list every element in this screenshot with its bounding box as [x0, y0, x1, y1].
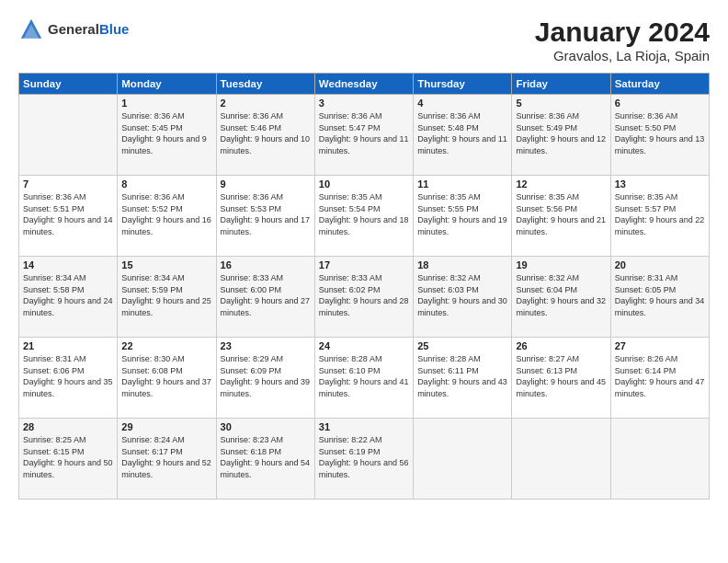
day-cell: 10Sunrise: 8:35 AMSunset: 5:54 PMDayligh…	[314, 176, 413, 257]
day-number: 10	[319, 178, 409, 190]
day-info: Sunrise: 8:36 AMSunset: 5:51 PMDaylight:…	[23, 191, 113, 237]
day-number: 23	[221, 340, 311, 351]
day-cell	[610, 419, 709, 500]
day-info: Sunrise: 8:30 AMSunset: 6:08 PMDaylight:…	[121, 353, 211, 399]
day-info: Sunrise: 8:34 AMSunset: 5:58 PMDaylight:…	[23, 272, 113, 318]
day-number: 17	[319, 259, 409, 270]
header-cell-saturday: Saturday	[610, 74, 709, 95]
day-cell: 12Sunrise: 8:35 AMSunset: 5:56 PMDayligh…	[512, 176, 610, 257]
day-info: Sunrise: 8:35 AMSunset: 5:56 PMDaylight:…	[516, 191, 606, 237]
week-row-2: 7Sunrise: 8:36 AMSunset: 5:51 PMDaylight…	[19, 176, 710, 257]
day-cell: 26Sunrise: 8:27 AMSunset: 6:13 PMDayligh…	[512, 338, 610, 419]
day-number: 26	[516, 340, 606, 351]
week-row-1: 1Sunrise: 8:36 AMSunset: 5:45 PMDaylight…	[19, 95, 710, 176]
day-number: 16	[221, 259, 311, 270]
day-info: Sunrise: 8:34 AMSunset: 5:59 PMDaylight:…	[121, 272, 211, 318]
day-info: Sunrise: 8:36 AMSunset: 5:45 PMDaylight:…	[121, 110, 211, 156]
day-cell: 2Sunrise: 8:36 AMSunset: 5:46 PMDaylight…	[216, 95, 314, 176]
day-cell: 28Sunrise: 8:25 AMSunset: 6:15 PMDayligh…	[19, 419, 118, 500]
day-info: Sunrise: 8:28 AMSunset: 6:10 PMDaylight:…	[319, 353, 409, 399]
day-number: 4	[417, 98, 507, 109]
day-number: 27	[615, 340, 705, 351]
day-cell: 16Sunrise: 8:33 AMSunset: 6:00 PMDayligh…	[216, 257, 314, 338]
day-cell	[512, 419, 610, 500]
day-cell: 31Sunrise: 8:22 AMSunset: 6:19 PMDayligh…	[314, 419, 413, 500]
day-info: Sunrise: 8:29 AMSunset: 6:09 PMDaylight:…	[221, 353, 311, 399]
day-info: Sunrise: 8:36 AMSunset: 5:52 PMDaylight:…	[121, 191, 211, 237]
day-info: Sunrise: 8:25 AMSunset: 6:15 PMDaylight:…	[23, 434, 113, 480]
calendar-subtitle: Gravalos, La Rioja, Spain	[535, 48, 710, 63]
day-cell	[19, 95, 118, 176]
day-number: 7	[23, 178, 113, 190]
day-info: Sunrise: 8:35 AMSunset: 5:54 PMDaylight:…	[319, 191, 409, 237]
day-info: Sunrise: 8:33 AMSunset: 6:02 PMDaylight:…	[319, 272, 409, 318]
day-cell	[414, 419, 512, 500]
day-info: Sunrise: 8:33 AMSunset: 6:00 PMDaylight:…	[221, 272, 311, 318]
day-cell: 17Sunrise: 8:33 AMSunset: 6:02 PMDayligh…	[314, 257, 413, 338]
day-cell: 29Sunrise: 8:24 AMSunset: 6:17 PMDayligh…	[118, 419, 216, 500]
day-info: Sunrise: 8:36 AMSunset: 5:46 PMDaylight:…	[221, 110, 311, 156]
day-number: 21	[23, 340, 113, 351]
day-info: Sunrise: 8:31 AMSunset: 6:06 PMDaylight:…	[23, 353, 113, 399]
header: GeneralBlue January 2024 Gravalos, La Ri…	[18, 17, 710, 63]
header-cell-friday: Friday	[512, 74, 610, 95]
day-number: 15	[121, 259, 211, 270]
logo: GeneralBlue	[18, 17, 129, 42]
day-cell: 4Sunrise: 8:36 AMSunset: 5:48 PMDaylight…	[414, 95, 512, 176]
day-info: Sunrise: 8:28 AMSunset: 6:11 PMDaylight:…	[417, 353, 507, 399]
day-info: Sunrise: 8:36 AMSunset: 5:47 PMDaylight:…	[319, 110, 409, 156]
day-number: 18	[417, 259, 507, 270]
day-cell: 1Sunrise: 8:36 AMSunset: 5:45 PMDaylight…	[118, 95, 216, 176]
week-row-4: 21Sunrise: 8:31 AMSunset: 6:06 PMDayligh…	[19, 338, 710, 419]
logo-icon	[18, 17, 44, 42]
day-cell: 11Sunrise: 8:35 AMSunset: 5:55 PMDayligh…	[414, 176, 512, 257]
day-number: 20	[615, 259, 705, 270]
calendar-table: SundayMondayTuesdayWednesdayThursdayFrid…	[18, 73, 710, 500]
day-info: Sunrise: 8:31 AMSunset: 6:05 PMDaylight:…	[615, 272, 705, 318]
day-cell: 14Sunrise: 8:34 AMSunset: 5:58 PMDayligh…	[19, 257, 118, 338]
day-cell: 27Sunrise: 8:26 AMSunset: 6:14 PMDayligh…	[610, 338, 709, 419]
day-number: 24	[319, 340, 409, 351]
header-cell-monday: Monday	[118, 74, 216, 95]
day-number: 5	[516, 98, 606, 109]
day-cell: 24Sunrise: 8:28 AMSunset: 6:10 PMDayligh…	[314, 338, 413, 419]
day-number: 1	[121, 98, 211, 109]
logo-general: GeneralBlue	[48, 21, 129, 38]
day-cell: 25Sunrise: 8:28 AMSunset: 6:11 PMDayligh…	[414, 338, 512, 419]
day-info: Sunrise: 8:36 AMSunset: 5:48 PMDaylight:…	[417, 110, 507, 156]
day-info: Sunrise: 8:36 AMSunset: 5:50 PMDaylight:…	[615, 110, 705, 156]
day-cell: 7Sunrise: 8:36 AMSunset: 5:51 PMDaylight…	[19, 176, 118, 257]
day-number: 8	[121, 178, 211, 190]
logo-text-blue: Blue	[99, 21, 130, 37]
day-cell: 8Sunrise: 8:36 AMSunset: 5:52 PMDaylight…	[118, 176, 216, 257]
header-cell-wednesday: Wednesday	[314, 74, 413, 95]
day-info: Sunrise: 8:32 AMSunset: 6:04 PMDaylight:…	[516, 272, 606, 318]
day-info: Sunrise: 8:36 AMSunset: 5:53 PMDaylight:…	[221, 191, 311, 237]
day-number: 6	[615, 98, 705, 109]
day-number: 12	[516, 178, 606, 190]
day-number: 25	[417, 340, 507, 351]
day-cell: 23Sunrise: 8:29 AMSunset: 6:09 PMDayligh…	[216, 338, 314, 419]
day-number: 13	[615, 178, 705, 190]
day-number: 19	[516, 259, 606, 270]
header-cell-thursday: Thursday	[414, 74, 512, 95]
day-cell: 5Sunrise: 8:36 AMSunset: 5:49 PMDaylight…	[512, 95, 610, 176]
day-info: Sunrise: 8:24 AMSunset: 6:17 PMDaylight:…	[121, 434, 211, 480]
day-cell: 21Sunrise: 8:31 AMSunset: 6:06 PMDayligh…	[19, 338, 118, 419]
week-row-5: 28Sunrise: 8:25 AMSunset: 6:15 PMDayligh…	[19, 419, 710, 500]
day-cell: 22Sunrise: 8:30 AMSunset: 6:08 PMDayligh…	[118, 338, 216, 419]
day-cell: 9Sunrise: 8:36 AMSunset: 5:53 PMDaylight…	[216, 176, 314, 257]
day-cell: 19Sunrise: 8:32 AMSunset: 6:04 PMDayligh…	[512, 257, 610, 338]
calendar-title: January 2024	[535, 17, 710, 48]
day-number: 29	[121, 421, 211, 432]
day-info: Sunrise: 8:26 AMSunset: 6:14 PMDaylight:…	[615, 353, 705, 399]
day-info: Sunrise: 8:32 AMSunset: 6:03 PMDaylight:…	[417, 272, 507, 318]
day-cell: 13Sunrise: 8:35 AMSunset: 5:57 PMDayligh…	[610, 176, 709, 257]
day-number: 28	[23, 421, 113, 432]
day-info: Sunrise: 8:36 AMSunset: 5:49 PMDaylight:…	[516, 110, 606, 156]
day-info: Sunrise: 8:35 AMSunset: 5:57 PMDaylight:…	[615, 191, 705, 237]
day-number: 3	[319, 98, 409, 109]
logo-text-general: General	[48, 21, 99, 37]
title-block: January 2024 Gravalos, La Rioja, Spain	[535, 17, 710, 63]
header-cell-sunday: Sunday	[19, 74, 118, 95]
